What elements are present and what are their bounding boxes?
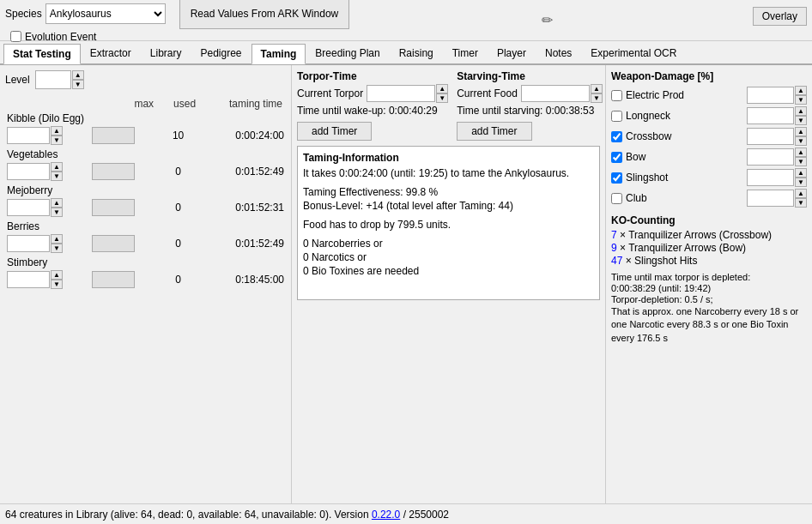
slingshot-checkbox[interactable]	[611, 172, 622, 184]
torpor-down[interactable]: ▼	[436, 93, 448, 103]
mejo-up[interactable]: ▲	[51, 198, 63, 208]
starving-down[interactable]: ▼	[591, 93, 603, 103]
bow-up[interactable]: ▲	[795, 148, 807, 157]
stimbery-up[interactable]: ▲	[51, 270, 63, 280]
club-up[interactable]: ▲	[795, 189, 807, 198]
electric-prod-down[interactable]: ▼	[795, 95, 807, 105]
stimbery-value-input[interactable]: 0	[7, 271, 50, 288]
longneck-value[interactable]: 100.0	[747, 107, 794, 124]
slingshot-name: Slingshot	[626, 172, 747, 184]
berries-used: 0	[157, 233, 199, 254]
crossbow-down[interactable]: ▼	[795, 136, 807, 146]
veg-value-input[interactable]: 0	[7, 163, 50, 180]
evolution-checkbox[interactable]	[10, 31, 21, 42]
bow-down[interactable]: ▼	[795, 157, 807, 166]
mejo-down[interactable]: ▼	[51, 208, 63, 217]
kibble-used: 10	[157, 125, 199, 146]
crossbow-value[interactable]: 120.0	[747, 128, 794, 145]
starving-box: Starving-Time Current Food 4200.0 ▲▼ Tim…	[457, 70, 603, 141]
club-checkbox[interactable]	[611, 193, 622, 204]
species-select[interactable]: Ankylosaurus	[45, 3, 166, 24]
tab-experimental-ocr[interactable]: Experimental OCR	[581, 43, 686, 63]
tab-raising[interactable]: Raising	[390, 43, 443, 63]
tab-breeding-plan[interactable]: Breeding Plan	[306, 43, 389, 63]
food-row-kibble-inputs: 10 ▲▼ 10 10 0:00:24:00	[5, 125, 286, 146]
torpor-up[interactable]: ▲	[436, 84, 448, 93]
berries-value-input[interactable]: 0	[7, 235, 50, 252]
torpor-title: Torpor-Time	[297, 70, 448, 82]
weapon-row-club: Club 100.0 ▲▼	[611, 189, 807, 208]
add-starving-timer-button[interactable]: add Timer	[457, 122, 531, 141]
ko-section: KO-Counting 7 × Tranquilizer Arrows (Cro…	[611, 214, 807, 267]
taming-narco3: 0 Bio Toxines are needed	[303, 265, 594, 277]
add-torpor-timer-button[interactable]: add Timer	[297, 122, 372, 141]
starving-label: Current Food	[457, 87, 518, 99]
tab-notes[interactable]: Notes	[536, 43, 581, 63]
tab-player[interactable]: Player	[488, 43, 536, 63]
food-row-berries: Berries	[5, 218, 286, 233]
tab-taming[interactable]: Taming	[251, 44, 306, 64]
longneck-up[interactable]: ▲	[795, 106, 807, 116]
torpor-label: Current Torpor	[297, 87, 363, 99]
tab-extractor[interactable]: Extractor	[81, 43, 141, 63]
overlay-button[interactable]: Overlay	[753, 7, 807, 26]
electric-prod-checkbox[interactable]	[611, 90, 622, 101]
food-name-veg: Vegetables	[7, 148, 58, 160]
slingshot-down[interactable]: ▼	[795, 178, 807, 187]
kibble-up[interactable]: ▲	[51, 126, 63, 136]
weapon-title: Weapon-Damage [%]	[611, 70, 807, 82]
club-down[interactable]: ▼	[795, 198, 807, 208]
starving-up[interactable]: ▲	[591, 84, 603, 93]
crossbow-checkbox[interactable]	[611, 131, 622, 142]
kibble-max: 10	[92, 127, 135, 144]
taming-narco2: 0 Narcotics or	[303, 251, 594, 263]
mejo-value-input[interactable]: 0	[7, 199, 50, 216]
longneck-checkbox[interactable]	[611, 111, 622, 122]
veg-up[interactable]: ▲	[51, 162, 63, 172]
longneck-down[interactable]: ▼	[795, 116, 807, 125]
kibble-down[interactable]: ▼	[51, 136, 63, 145]
tab-timer[interactable]: Timer	[443, 43, 488, 63]
starving-value-input[interactable]: 4200.0	[521, 85, 590, 102]
version-link[interactable]: 0.22.0	[372, 509, 400, 521]
level-down-button[interactable]: ▼	[72, 80, 84, 89]
electric-prod-value[interactable]: 100.0	[747, 87, 794, 104]
pencil-icon[interactable]: ✏	[542, 12, 553, 28]
col-header-max: max	[90, 96, 157, 111]
torpor-box: Torpor-Time Current Torpor 1210.8 ▲▼ Tim…	[297, 70, 448, 141]
stimbery-down[interactable]: ▼	[51, 280, 63, 289]
taming-info-box: Taming-Information It takes 0:00:24:00 (…	[297, 146, 600, 300]
berries-down[interactable]: ▼	[51, 244, 63, 253]
read-ark-button[interactable]: Read Values From ARK Window	[179, 0, 350, 29]
kibble-time: 0:00:24:00	[199, 125, 286, 146]
slingshot-value[interactable]: 100.0	[747, 169, 794, 186]
tab-stat-testing[interactable]: Stat Testing	[3, 44, 81, 64]
bow-value[interactable]: 147.0	[747, 148, 794, 166]
starving-row: Current Food 4200.0 ▲▼	[457, 84, 603, 103]
ko-crossbow-text: × Tranquilizer Arrows (Crossbow)	[620, 229, 772, 241]
col-header-used: used	[157, 96, 199, 111]
stimbery-time: 0:18:45:00	[199, 269, 286, 290]
tab-pedigree[interactable]: Pedigree	[191, 43, 251, 63]
ko-slingshot-text: × Slingshot Hits	[626, 255, 698, 267]
slingshot-up[interactable]: ▲	[795, 168, 807, 178]
crossbow-up[interactable]: ▲	[795, 127, 807, 136]
torpor-value-input[interactable]: 1210.8	[367, 85, 435, 102]
longneck-name: Longneck	[626, 110, 747, 122]
mejo-used: 0	[157, 197, 199, 218]
level-up-button[interactable]: ▲	[72, 70, 84, 80]
col-header-time: taming time	[199, 96, 286, 111]
status-text: 64 creatures in Library (alive: 64, dead…	[5, 509, 449, 521]
tab-library[interactable]: Library	[141, 43, 191, 63]
electric-prod-up[interactable]: ▲	[795, 86, 807, 95]
kibble-value-input[interactable]: 10	[7, 127, 50, 144]
veg-down[interactable]: ▼	[51, 172, 63, 181]
veg-max: 94	[92, 163, 135, 180]
ko-line-3: 47 × Slingshot Hits	[611, 255, 807, 267]
bow-checkbox[interactable]	[611, 152, 622, 163]
club-value[interactable]: 100.0	[747, 190, 794, 207]
berries-up[interactable]: ▲	[51, 234, 63, 244]
veg-used: 0	[157, 161, 199, 182]
level-input[interactable]: 30	[35, 70, 71, 89]
starving-title: Starving-Time	[457, 70, 603, 82]
